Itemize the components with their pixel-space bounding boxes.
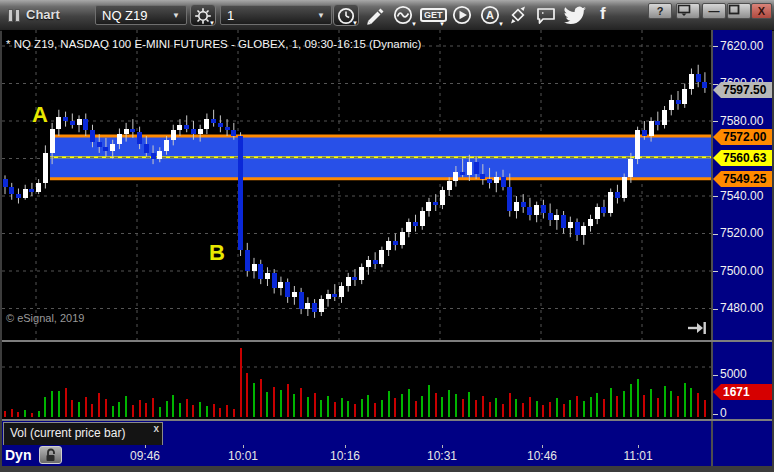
draw-tools-button[interactable]: [363, 4, 389, 26]
volume-bar: [78, 402, 80, 417]
candle-body: [413, 222, 418, 226]
restore-button[interactable]: [676, 3, 700, 19]
facebook-share-button[interactable]: f: [592, 4, 612, 26]
candle-body: [90, 130, 95, 141]
volume-tick-label: 0: [720, 406, 727, 420]
price-axis[interactable]: 7620.007600.007580.007540.007520.007500.…: [713, 30, 772, 466]
volume-bar: [293, 394, 295, 417]
candle-body: [43, 153, 48, 183]
candle-body: [204, 119, 209, 128]
candle-body: [258, 264, 263, 279]
pane-divider[interactable]: [2, 340, 772, 342]
candle-body: [117, 134, 122, 143]
goto-last-bar-icon[interactable]: [686, 320, 708, 336]
last-price-badge: 7597.50: [713, 82, 772, 98]
twitter-share-button[interactable]: [562, 4, 588, 26]
volume-bar: [105, 399, 107, 417]
volume-bar: [38, 411, 40, 418]
tab-volume-study[interactable]: Vol (current price bar) x: [3, 422, 163, 445]
link-diamond-arrows-icon: [506, 4, 532, 26]
volume-bar: [462, 399, 464, 417]
candle-body: [272, 273, 277, 288]
volume-bar: [4, 411, 6, 417]
volume-bar: [44, 397, 46, 417]
candle-body: [373, 260, 378, 264]
zone-mid-badge: 7560.63: [713, 150, 772, 166]
volume-bar: [704, 400, 706, 417]
candle-body: [312, 303, 317, 312]
volume-bar: [112, 406, 114, 417]
maximize-button[interactable]: [727, 3, 751, 19]
volume-bar: [522, 403, 524, 417]
candle-body: [588, 219, 593, 227]
volume-chart: [2, 342, 711, 419]
volume-bar: [489, 402, 491, 417]
candle-body: [50, 129, 55, 153]
candle-body: [359, 267, 364, 280]
volume-bar: [596, 393, 598, 417]
price-tick-label: 7580.00: [720, 114, 763, 128]
price-pane[interactable]: * NQ Z19, NASDAQ 100 E-MINI FUTURES - GL…: [2, 30, 711, 340]
volume-bar: [664, 386, 666, 417]
price-tick-label: 7540.00: [720, 189, 763, 203]
restore-icon: [677, 4, 699, 16]
volume-bar: [206, 406, 208, 417]
candle-body: [527, 207, 532, 215]
volume-bar: [320, 400, 322, 417]
volume-bar: [468, 392, 470, 417]
volume-bar: [240, 348, 242, 417]
candle-body: [676, 100, 681, 104]
candle-body: [3, 179, 8, 187]
candle-body: [548, 213, 553, 221]
candle-body: [595, 207, 600, 218]
volume-bar: [603, 399, 605, 417]
volume-bar: [408, 389, 410, 417]
help-button[interactable]: ?: [648, 3, 672, 19]
volume-bar: [280, 390, 282, 417]
symbol-settings-button[interactable]: ▼: [190, 4, 216, 26]
candle-body: [124, 129, 129, 135]
get-data-button[interactable]: GET ▼: [419, 4, 445, 26]
candle-body: [352, 277, 357, 281]
candle-body: [386, 241, 391, 250]
candle-body: [292, 292, 297, 298]
volume-bar: [91, 404, 93, 417]
pencil-icon: [363, 4, 389, 26]
interval-combo[interactable]: 1 ▼: [220, 5, 332, 25]
close-button[interactable]: X: [751, 3, 772, 19]
time-template-button[interactable]: ▼: [333, 4, 359, 26]
volume-bar: [287, 384, 289, 417]
volume-bar: [314, 393, 316, 417]
candle-body: [622, 177, 627, 198]
close-icon[interactable]: x: [153, 423, 159, 434]
chat-button[interactable]: [534, 4, 560, 26]
symbol-combo[interactable]: NQ Z19 ▼: [95, 5, 187, 25]
tab-label: Vol (current price bar): [10, 426, 125, 440]
candle-body: [137, 132, 142, 143]
pane-divider-2[interactable]: [2, 419, 772, 421]
candle-body: [682, 89, 687, 104]
volume-bar: [253, 383, 255, 417]
speech-bubble-icon: [534, 4, 560, 26]
chevron-down-icon: ▼: [352, 20, 358, 26]
time-axis[interactable]: Dyn 09:4610:0110:1610:3110:4611:01: [2, 445, 711, 466]
price-tick: [713, 46, 718, 47]
candle-body: [494, 177, 499, 183]
volume-bar: [246, 373, 248, 417]
lock-button[interactable]: [39, 446, 62, 464]
link-windows-button[interactable]: [506, 4, 532, 26]
chart-title: * NQ Z19, NASDAQ 100 E-MINI FUTURES - GL…: [6, 38, 421, 50]
replay-button[interactable]: [450, 4, 476, 26]
zone-bottom-badge: 7549.25: [713, 171, 772, 187]
volume-bar: [421, 396, 423, 417]
candle-body: [702, 82, 707, 89]
candle-body: [453, 172, 458, 181]
volume-pane[interactable]: [2, 342, 711, 419]
volume-bar: [388, 391, 390, 417]
volume-bar: [509, 393, 511, 417]
annotation-button[interactable]: A ▼: [478, 4, 504, 26]
minimize-button[interactable]: —: [702, 3, 726, 19]
candle-body: [440, 190, 445, 205]
chart-type-button[interactable]: ▼: [391, 4, 417, 26]
volume-bar: [199, 402, 201, 417]
